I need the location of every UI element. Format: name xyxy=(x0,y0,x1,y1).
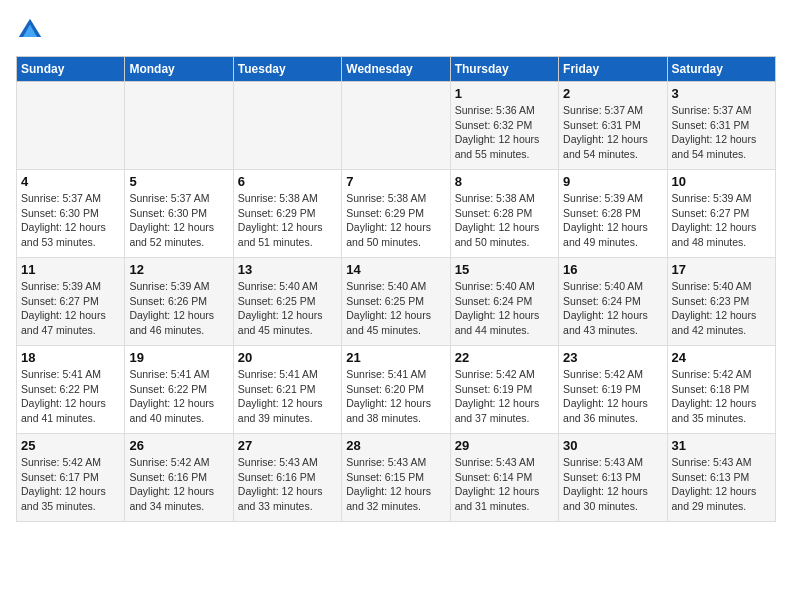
calendar-cell: 5Sunrise: 5:37 AM Sunset: 6:30 PM Daylig… xyxy=(125,170,233,258)
calendar-cell: 29Sunrise: 5:43 AM Sunset: 6:14 PM Dayli… xyxy=(450,434,558,522)
day-info: Sunrise: 5:38 AM Sunset: 6:29 PM Dayligh… xyxy=(346,191,445,250)
day-number: 30 xyxy=(563,438,662,453)
calendar-cell: 17Sunrise: 5:40 AM Sunset: 6:23 PM Dayli… xyxy=(667,258,775,346)
day-info: Sunrise: 5:42 AM Sunset: 6:19 PM Dayligh… xyxy=(455,367,554,426)
day-info: Sunrise: 5:39 AM Sunset: 6:26 PM Dayligh… xyxy=(129,279,228,338)
weekday-header: Friday xyxy=(559,57,667,82)
day-number: 21 xyxy=(346,350,445,365)
calendar-cell: 24Sunrise: 5:42 AM Sunset: 6:18 PM Dayli… xyxy=(667,346,775,434)
weekday-header: Monday xyxy=(125,57,233,82)
calendar-cell: 2Sunrise: 5:37 AM Sunset: 6:31 PM Daylig… xyxy=(559,82,667,170)
day-number: 26 xyxy=(129,438,228,453)
calendar-cell: 10Sunrise: 5:39 AM Sunset: 6:27 PM Dayli… xyxy=(667,170,775,258)
day-info: Sunrise: 5:40 AM Sunset: 6:24 PM Dayligh… xyxy=(563,279,662,338)
day-number: 8 xyxy=(455,174,554,189)
calendar-cell: 28Sunrise: 5:43 AM Sunset: 6:15 PM Dayli… xyxy=(342,434,450,522)
logo-icon xyxy=(16,16,44,44)
calendar-cell: 6Sunrise: 5:38 AM Sunset: 6:29 PM Daylig… xyxy=(233,170,341,258)
weekday-header: Thursday xyxy=(450,57,558,82)
calendar-cell: 1Sunrise: 5:36 AM Sunset: 6:32 PM Daylig… xyxy=(450,82,558,170)
calendar-cell: 30Sunrise: 5:43 AM Sunset: 6:13 PM Dayli… xyxy=(559,434,667,522)
day-number: 5 xyxy=(129,174,228,189)
day-info: Sunrise: 5:37 AM Sunset: 6:30 PM Dayligh… xyxy=(129,191,228,250)
day-number: 3 xyxy=(672,86,771,101)
day-number: 16 xyxy=(563,262,662,277)
day-number: 23 xyxy=(563,350,662,365)
weekday-header: Wednesday xyxy=(342,57,450,82)
day-number: 28 xyxy=(346,438,445,453)
day-info: Sunrise: 5:42 AM Sunset: 6:19 PM Dayligh… xyxy=(563,367,662,426)
day-number: 27 xyxy=(238,438,337,453)
calendar-cell xyxy=(233,82,341,170)
day-info: Sunrise: 5:37 AM Sunset: 6:30 PM Dayligh… xyxy=(21,191,120,250)
calendar-cell: 4Sunrise: 5:37 AM Sunset: 6:30 PM Daylig… xyxy=(17,170,125,258)
calendar-cell: 23Sunrise: 5:42 AM Sunset: 6:19 PM Dayli… xyxy=(559,346,667,434)
day-number: 25 xyxy=(21,438,120,453)
day-info: Sunrise: 5:39 AM Sunset: 6:27 PM Dayligh… xyxy=(672,191,771,250)
calendar-week-row: 25Sunrise: 5:42 AM Sunset: 6:17 PM Dayli… xyxy=(17,434,776,522)
calendar-cell: 22Sunrise: 5:42 AM Sunset: 6:19 PM Dayli… xyxy=(450,346,558,434)
calendar-cell: 27Sunrise: 5:43 AM Sunset: 6:16 PM Dayli… xyxy=(233,434,341,522)
day-number: 14 xyxy=(346,262,445,277)
day-info: Sunrise: 5:37 AM Sunset: 6:31 PM Dayligh… xyxy=(672,103,771,162)
calendar-cell: 7Sunrise: 5:38 AM Sunset: 6:29 PM Daylig… xyxy=(342,170,450,258)
day-number: 24 xyxy=(672,350,771,365)
day-number: 22 xyxy=(455,350,554,365)
day-number: 1 xyxy=(455,86,554,101)
day-info: Sunrise: 5:41 AM Sunset: 6:21 PM Dayligh… xyxy=(238,367,337,426)
calendar-table: SundayMondayTuesdayWednesdayThursdayFrid… xyxy=(16,56,776,522)
weekday-header: Saturday xyxy=(667,57,775,82)
day-info: Sunrise: 5:42 AM Sunset: 6:17 PM Dayligh… xyxy=(21,455,120,514)
calendar-cell: 8Sunrise: 5:38 AM Sunset: 6:28 PM Daylig… xyxy=(450,170,558,258)
calendar-cell: 13Sunrise: 5:40 AM Sunset: 6:25 PM Dayli… xyxy=(233,258,341,346)
calendar-cell: 18Sunrise: 5:41 AM Sunset: 6:22 PM Dayli… xyxy=(17,346,125,434)
day-info: Sunrise: 5:40 AM Sunset: 6:25 PM Dayligh… xyxy=(346,279,445,338)
weekday-header: Tuesday xyxy=(233,57,341,82)
calendar-cell: 15Sunrise: 5:40 AM Sunset: 6:24 PM Dayli… xyxy=(450,258,558,346)
day-info: Sunrise: 5:36 AM Sunset: 6:32 PM Dayligh… xyxy=(455,103,554,162)
day-info: Sunrise: 5:38 AM Sunset: 6:29 PM Dayligh… xyxy=(238,191,337,250)
day-number: 10 xyxy=(672,174,771,189)
calendar-cell: 11Sunrise: 5:39 AM Sunset: 6:27 PM Dayli… xyxy=(17,258,125,346)
day-number: 17 xyxy=(672,262,771,277)
day-number: 13 xyxy=(238,262,337,277)
day-info: Sunrise: 5:38 AM Sunset: 6:28 PM Dayligh… xyxy=(455,191,554,250)
weekday-header: Sunday xyxy=(17,57,125,82)
day-info: Sunrise: 5:43 AM Sunset: 6:14 PM Dayligh… xyxy=(455,455,554,514)
calendar-cell xyxy=(125,82,233,170)
calendar-cell: 12Sunrise: 5:39 AM Sunset: 6:26 PM Dayli… xyxy=(125,258,233,346)
day-info: Sunrise: 5:41 AM Sunset: 6:22 PM Dayligh… xyxy=(129,367,228,426)
day-number: 19 xyxy=(129,350,228,365)
calendar-cell: 14Sunrise: 5:40 AM Sunset: 6:25 PM Dayli… xyxy=(342,258,450,346)
day-info: Sunrise: 5:41 AM Sunset: 6:22 PM Dayligh… xyxy=(21,367,120,426)
calendar-cell: 16Sunrise: 5:40 AM Sunset: 6:24 PM Dayli… xyxy=(559,258,667,346)
calendar-cell: 26Sunrise: 5:42 AM Sunset: 6:16 PM Dayli… xyxy=(125,434,233,522)
day-info: Sunrise: 5:43 AM Sunset: 6:16 PM Dayligh… xyxy=(238,455,337,514)
calendar-cell: 20Sunrise: 5:41 AM Sunset: 6:21 PM Dayli… xyxy=(233,346,341,434)
day-number: 9 xyxy=(563,174,662,189)
day-info: Sunrise: 5:40 AM Sunset: 6:23 PM Dayligh… xyxy=(672,279,771,338)
calendar-cell: 9Sunrise: 5:39 AM Sunset: 6:28 PM Daylig… xyxy=(559,170,667,258)
page-header xyxy=(16,16,776,44)
calendar-week-row: 18Sunrise: 5:41 AM Sunset: 6:22 PM Dayli… xyxy=(17,346,776,434)
day-number: 29 xyxy=(455,438,554,453)
calendar-cell: 31Sunrise: 5:43 AM Sunset: 6:13 PM Dayli… xyxy=(667,434,775,522)
day-info: Sunrise: 5:43 AM Sunset: 6:13 PM Dayligh… xyxy=(672,455,771,514)
day-info: Sunrise: 5:43 AM Sunset: 6:13 PM Dayligh… xyxy=(563,455,662,514)
logo xyxy=(16,16,48,44)
day-info: Sunrise: 5:40 AM Sunset: 6:24 PM Dayligh… xyxy=(455,279,554,338)
day-number: 7 xyxy=(346,174,445,189)
calendar-week-row: 1Sunrise: 5:36 AM Sunset: 6:32 PM Daylig… xyxy=(17,82,776,170)
calendar-cell: 25Sunrise: 5:42 AM Sunset: 6:17 PM Dayli… xyxy=(17,434,125,522)
calendar-cell: 3Sunrise: 5:37 AM Sunset: 6:31 PM Daylig… xyxy=(667,82,775,170)
day-number: 12 xyxy=(129,262,228,277)
calendar-cell: 21Sunrise: 5:41 AM Sunset: 6:20 PM Dayli… xyxy=(342,346,450,434)
calendar-week-row: 4Sunrise: 5:37 AM Sunset: 6:30 PM Daylig… xyxy=(17,170,776,258)
day-info: Sunrise: 5:39 AM Sunset: 6:27 PM Dayligh… xyxy=(21,279,120,338)
day-number: 20 xyxy=(238,350,337,365)
calendar-week-row: 11Sunrise: 5:39 AM Sunset: 6:27 PM Dayli… xyxy=(17,258,776,346)
calendar-cell: 19Sunrise: 5:41 AM Sunset: 6:22 PM Dayli… xyxy=(125,346,233,434)
day-number: 31 xyxy=(672,438,771,453)
day-info: Sunrise: 5:42 AM Sunset: 6:16 PM Dayligh… xyxy=(129,455,228,514)
day-number: 11 xyxy=(21,262,120,277)
